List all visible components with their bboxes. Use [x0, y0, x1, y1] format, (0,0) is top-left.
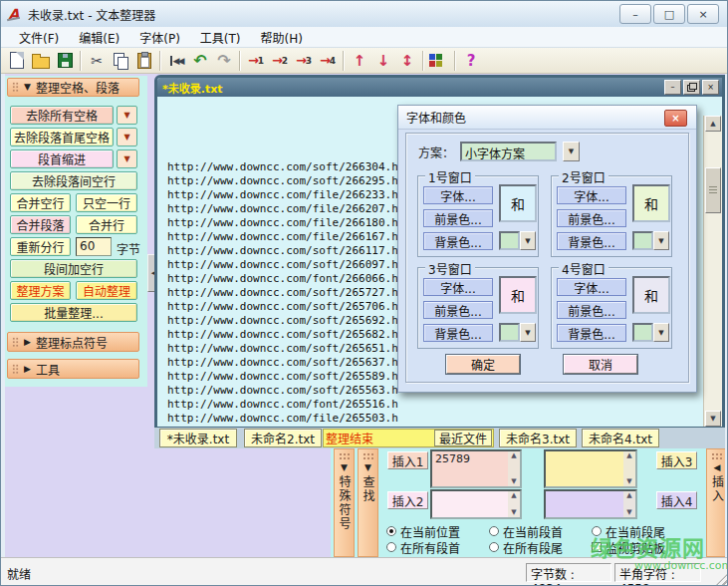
tab-doc-3[interactable]: 未命名3.txt	[499, 429, 577, 447]
dialog-close-button[interactable]: ×	[664, 110, 687, 127]
scroll-up-icon[interactable]: ▲	[511, 452, 516, 459]
scroll-down-icon[interactable]: ▼	[511, 509, 516, 516]
font-button[interactable]: 字体...	[423, 186, 493, 204]
scroll-down-icon[interactable]: ▼	[511, 478, 516, 485]
trim-paragraph-spaces-button[interactable]: 去除段落首尾空格	[10, 128, 114, 146]
ok-button[interactable]: 确定	[446, 355, 520, 374]
menu-item[interactable]: 帮助(H)	[251, 27, 313, 48]
sidebar-section-punctuation[interactable]: ▶ 整理标点符号	[7, 332, 139, 352]
indent-first-line-button[interactable]: 段首缩进	[10, 149, 114, 168]
radio-option[interactable]: 在当前段首	[489, 523, 592, 540]
foreground-color-button[interactable]: 前景色...	[423, 301, 493, 319]
drag-grip-icon[interactable]	[12, 364, 19, 375]
block-view-button[interactable]	[427, 50, 451, 72]
field-scrollbar[interactable]: ▲▼	[623, 491, 635, 517]
merge-lines-button[interactable]: 合并行	[76, 215, 137, 234]
drag-grip-icon[interactable]	[339, 452, 351, 460]
scroll-up-icon[interactable]: ▲	[511, 492, 516, 499]
background-color-swatch[interactable]	[632, 231, 653, 250]
insert-1-button[interactable]: 插入1	[387, 451, 428, 469]
radio-option[interactable]: 在当前段尾	[592, 523, 703, 540]
remove-blank-lines-button[interactable]: 去除段落间空行	[10, 171, 137, 190]
foreground-color-button[interactable]: 前景色...	[423, 209, 493, 227]
background-color-swatch[interactable]	[632, 323, 653, 342]
scroll-up-icon[interactable]: ▲	[626, 492, 631, 499]
background-color-dropdown[interactable]: ▼	[520, 323, 536, 342]
menu-item[interactable]: 编辑(E)	[69, 27, 129, 48]
goto-window-1-button[interactable]: →1	[244, 50, 268, 72]
cancel-button[interactable]: 取消	[564, 355, 637, 374]
tab-doc-4[interactable]: 未命名4.txt	[582, 429, 659, 447]
background-color-button[interactable]: 背景色...	[423, 232, 493, 250]
radio-option[interactable]: 在所有段尾	[489, 539, 592, 556]
drag-grip-icon[interactable]	[711, 452, 723, 460]
go-first-button[interactable]: ◀◀	[164, 50, 188, 72]
undo-button[interactable]: ↶	[188, 50, 212, 72]
help-button[interactable]: ?	[459, 50, 483, 72]
paste-button[interactable]	[132, 50, 156, 72]
move-down-button[interactable]: ↓	[371, 50, 395, 72]
goto-window-3-button[interactable]: →3	[292, 50, 316, 72]
goto-window-2-button[interactable]: →2	[268, 50, 292, 72]
tab-doc-2[interactable]: 未命名2.txt	[244, 429, 322, 447]
move-up-down-button[interactable]: ↕	[395, 50, 419, 72]
insert-4-field[interactable]: ▲▼	[544, 489, 637, 519]
background-color-button[interactable]: 背景色...	[557, 232, 626, 250]
menu-item[interactable]: 文件(F)	[9, 27, 69, 48]
batch-tidy-button[interactable]: 批量整理...	[10, 303, 137, 322]
insert-1-field[interactable]: 25789 ▲▼	[430, 449, 522, 488]
find-bar[interactable]: ▼ 查找	[358, 448, 378, 557]
remove-all-spaces-dropdown[interactable]: ▼	[117, 106, 137, 125]
drag-grip-icon[interactable]	[363, 452, 374, 460]
sidebar-section-tools[interactable]: ▶ 工具	[7, 359, 139, 379]
scheme-select[interactable]: 小字体方案	[460, 142, 557, 161]
background-color-swatch[interactable]	[499, 231, 520, 250]
doc-minimize-button[interactable]: –	[664, 80, 681, 95]
redo-button[interactable]: ↷	[212, 50, 236, 72]
new-file-button[interactable]	[5, 50, 29, 72]
menu-item[interactable]: 字体(P)	[129, 27, 190, 48]
remove-all-spaces-button[interactable]: 去除所有空格	[10, 106, 114, 125]
special-symbols-bar[interactable]: ▼ 特殊符号	[334, 448, 355, 557]
background-color-dropdown[interactable]: ▼	[653, 323, 669, 342]
scheme-dropdown-button[interactable]: ▼	[563, 142, 580, 161]
save-file-button[interactable]	[53, 50, 77, 72]
foreground-color-button[interactable]: 前景色...	[557, 301, 626, 319]
field-scrollbar[interactable]: ▲▼	[508, 451, 520, 486]
merge-paragraphs-button[interactable]: 合并段落	[10, 215, 71, 234]
copy-button[interactable]	[109, 50, 132, 72]
scrollbar-thumb[interactable]	[705, 167, 721, 213]
tidy-scheme-button[interactable]: 整理方案	[10, 281, 71, 300]
insert-3-button[interactable]: 插入3	[656, 451, 697, 469]
watch-clipboard-checkbox[interactable]: 监视剪贴板	[592, 539, 703, 556]
rewrap-lines-button[interactable]: 重新分行	[10, 237, 71, 256]
add-blank-between-button[interactable]: 段间加空行	[10, 259, 137, 278]
vertical-scrollbar[interactable]: ▲ ▼	[703, 116, 722, 427]
background-color-dropdown[interactable]: ▼	[653, 231, 669, 250]
field-scrollbar[interactable]: ▲▼	[508, 491, 520, 517]
resize-grip[interactable]	[715, 573, 728, 586]
scroll-up-button[interactable]: ▲	[705, 116, 721, 132]
insert-2-field[interactable]: ▲▼	[430, 489, 522, 519]
scroll-up-icon[interactable]: ▲	[626, 452, 631, 459]
insert-2-button[interactable]: 插入2	[387, 491, 428, 509]
insert-4-button[interactable]: 插入4	[656, 491, 697, 509]
merge-blank-lines-button[interactable]: 合并空行	[10, 193, 71, 212]
cut-button[interactable]: ✂	[85, 50, 109, 72]
font-button[interactable]: 字体...	[557, 278, 626, 296]
dialog-titlebar[interactable]: 字体和颜色	[398, 106, 696, 130]
doc-close-button[interactable]: ×	[702, 80, 719, 95]
background-color-swatch[interactable]	[499, 323, 520, 342]
font-button[interactable]: 字体...	[423, 278, 493, 296]
minimize-button[interactable]: –	[619, 4, 651, 24]
scroll-down-icon[interactable]: ▼	[626, 478, 631, 485]
insert-side-bar[interactable]: ◀ 插入	[706, 448, 728, 557]
background-color-button[interactable]: 背景色...	[557, 324, 626, 342]
drag-grip-icon[interactable]	[12, 337, 19, 348]
scroll-down-button[interactable]: ▼	[705, 411, 721, 427]
background-color-button[interactable]: 背景色...	[423, 324, 493, 342]
document-window-titlebar[interactable]: *未收录.txt	[157, 78, 722, 97]
open-file-button[interactable]	[29, 50, 53, 72]
foreground-color-button[interactable]: 前景色...	[557, 209, 626, 227]
radio-option[interactable]: 在所有段首	[386, 539, 489, 556]
